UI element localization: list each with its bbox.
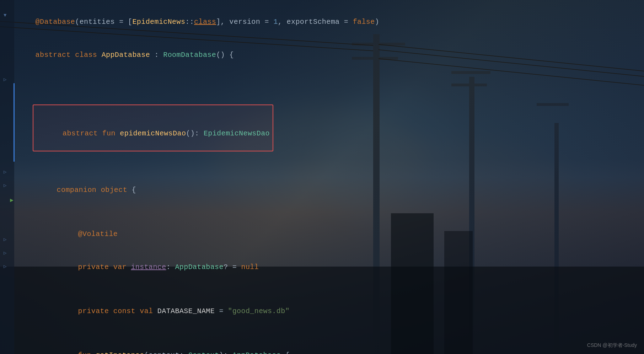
fold-icon-4[interactable]: ▷ [4,182,6,188]
fold-icon-2[interactable]: ▷ [4,76,6,82]
watermark: CSDN @初学者-Study [587,342,637,349]
code-line-9: private var instance: AppDatabase? = nul… [18,251,637,284]
code-line-10 [18,284,637,295]
code-line-3 [18,71,637,82]
code-line-13: fun getInstance(context: Context): AppDa… [18,339,637,354]
fold-icon-6[interactable]: ▷ [4,250,6,256]
code-line-2: abstract class AppDatabase : RoomDatabas… [18,38,637,71]
code-line-12 [18,328,637,339]
blue-indicator-bar [14,83,15,162]
fold-icon-3[interactable]: ▷ [4,169,6,175]
code-line-6: companion object { [18,173,637,206]
code-line-7 [18,206,637,218]
code-editor: @Database(entities = [EpidemicNews::clas… [14,0,644,354]
code-line-11: private const val DATABASE_NAME = "good_… [18,295,637,328]
highlighted-function: abstract fun epidemicNewsDao(): Epidemic… [33,104,273,151]
class-keyword: class [194,18,216,26]
left-gutter: ▼ ▷ ▷ ▷ ▷ ▷ ▷ ▶ [0,0,14,354]
code-line-4: abstract fun epidemicNewsDao(): Epidemic… [18,82,637,162]
code-line-5 [18,162,637,173]
fold-icon-1[interactable]: ▼ [4,12,6,18]
run-icon[interactable]: ▶ [10,197,14,204]
fold-icon-7[interactable]: ▷ [4,263,6,269]
annotation-at: @Database [36,18,75,26]
code-line-8: @Volatile [18,218,637,251]
fold-icon-5[interactable]: ▷ [4,236,6,242]
code-line-1: @Database(entities = [EpidemicNews::clas… [18,5,637,38]
